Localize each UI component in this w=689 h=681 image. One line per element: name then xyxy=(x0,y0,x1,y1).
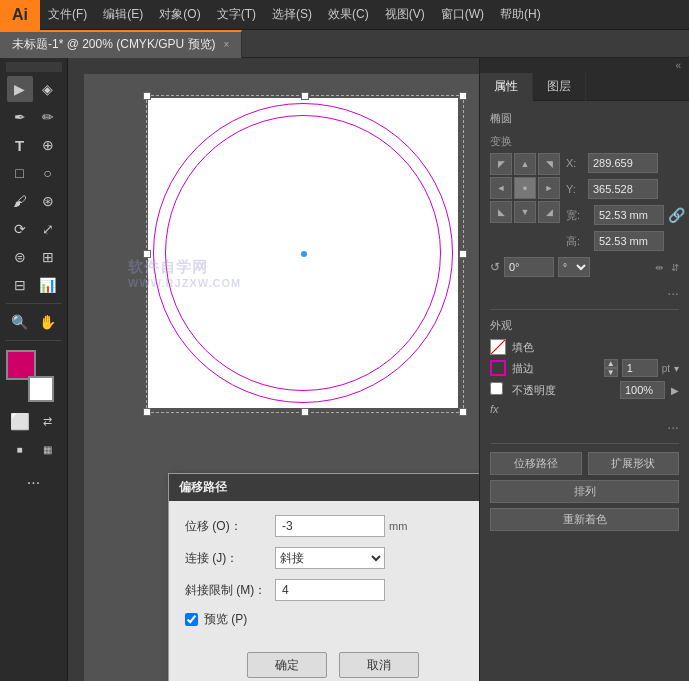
document-tab[interactable]: 未标题-1* @ 200% (CMYK/GPU 预览) × xyxy=(0,30,242,58)
tab-layers[interactable]: 图层 xyxy=(533,73,586,101)
handle-top-right[interactable] xyxy=(459,92,467,100)
fill-label: 填色 xyxy=(512,340,679,355)
opacity-label: 不透明度 xyxy=(512,383,556,398)
collapse-left-icon[interactable]: « xyxy=(675,60,681,71)
offset-input[interactable] xyxy=(275,515,385,537)
rotate-input[interactable] xyxy=(504,257,554,277)
select-tool[interactable]: ▶ xyxy=(7,76,33,102)
align-mr[interactable]: ► xyxy=(538,177,560,199)
tool-separator-2 xyxy=(6,340,62,341)
align-br[interactable]: ◢ xyxy=(538,201,560,223)
recolor-button[interactable]: 重新着色 xyxy=(490,508,679,531)
align-ml[interactable]: ◄ xyxy=(490,177,512,199)
handle-mid-right[interactable] xyxy=(459,250,467,258)
miter-input[interactable] xyxy=(275,579,385,601)
tab-properties[interactable]: 属性 xyxy=(480,73,533,101)
align-bc[interactable]: ▼ xyxy=(514,201,536,223)
stroke-down-btn[interactable]: ▼ xyxy=(604,368,618,377)
menu-file[interactable]: 文件(F) xyxy=(40,0,95,29)
expand-shape-button[interactable]: 扩展形状 xyxy=(588,452,680,475)
join-row: 连接 (J)： 斜接 圆形 斜切 xyxy=(185,547,479,569)
handle-bottom-mid[interactable] xyxy=(301,408,309,416)
menu-effect[interactable]: 效果(C) xyxy=(320,0,377,29)
y-input[interactable] xyxy=(588,179,658,199)
stroke-value-input[interactable] xyxy=(622,359,658,377)
handle-bottom-right[interactable] xyxy=(459,408,467,416)
shape-builder[interactable]: ⊟ xyxy=(7,272,33,298)
pen-tool[interactable]: ✒ xyxy=(7,104,33,130)
rotate-tool[interactable]: ⟳ xyxy=(7,216,33,242)
preview-checkbox[interactable] xyxy=(185,613,198,626)
menu-window[interactable]: 窗口(W) xyxy=(433,0,492,29)
align-tl[interactable]: ◤ xyxy=(490,153,512,175)
stroke-swatch[interactable] xyxy=(490,360,506,376)
x-input[interactable] xyxy=(588,153,658,173)
flip-h-icon[interactable]: ⇹ xyxy=(655,262,663,273)
flip-v-icon[interactable]: ⇵ xyxy=(671,262,679,273)
height-input[interactable] xyxy=(594,231,664,251)
xy-wh-block: X: Y: 宽: 🔗 高: xyxy=(566,153,685,257)
fill-none-icon[interactable]: ⬜ xyxy=(7,408,33,434)
offset-path-button[interactable]: 位移路径 xyxy=(490,452,582,475)
hand-tool[interactable]: ✋ xyxy=(35,309,61,335)
width-input[interactable] xyxy=(594,205,664,225)
opacity-checkbox[interactable] xyxy=(490,382,503,395)
blob-tool[interactable]: ⊛ xyxy=(35,188,61,214)
zoom-tool[interactable]: 🔍 xyxy=(7,309,33,335)
align-bl[interactable]: ◣ xyxy=(490,201,512,223)
more-options-icon-2[interactable]: ··· xyxy=(667,419,679,435)
stroke-row: 描边 ▲ ▼ pt ▾ xyxy=(490,359,679,377)
type-tool[interactable]: T xyxy=(7,132,33,158)
ellipse-tool[interactable]: ○ xyxy=(35,160,61,186)
arrange-button[interactable]: 排列 xyxy=(490,480,679,503)
menu-select[interactable]: 选择(S) xyxy=(264,0,320,29)
scale-tool[interactable]: ⤢ xyxy=(35,216,61,242)
color-mode-icon[interactable]: ■ xyxy=(7,436,33,462)
align-mc[interactable]: ● xyxy=(514,177,536,199)
direct-select-tool[interactable]: ◈ xyxy=(35,76,61,102)
warp-tool[interactable]: ⊜ xyxy=(7,244,33,270)
link-proportions-icon[interactable]: 🔗 xyxy=(668,207,685,223)
swap-colors-icon[interactable]: ⇄ xyxy=(35,408,61,434)
width-row: 宽: 🔗 xyxy=(566,205,685,225)
opacity-input[interactable] xyxy=(620,381,665,399)
ok-button[interactable]: 确定 xyxy=(247,652,327,678)
paintbrush-tool[interactable]: 🖌 xyxy=(7,188,33,214)
y-label: Y: xyxy=(566,183,584,195)
y-row: Y: xyxy=(566,179,685,199)
touch-tool[interactable]: ⊕ xyxy=(35,132,61,158)
menu-view[interactable]: 视图(V) xyxy=(377,0,433,29)
align-tc[interactable]: ▲ xyxy=(514,153,536,175)
more-tools-button[interactable]: ··· xyxy=(21,470,47,496)
stroke-up-btn[interactable]: ▲ xyxy=(604,359,618,368)
cancel-button[interactable]: 取消 xyxy=(339,652,419,678)
menu-type[interactable]: 文字(T) xyxy=(209,0,264,29)
ai-logo-button[interactable]: Ai xyxy=(0,0,40,30)
menu-edit[interactable]: 编辑(E) xyxy=(95,0,151,29)
rotate-select[interactable]: ° xyxy=(558,257,590,277)
stroke-controls: ▲ ▼ pt ▾ xyxy=(604,359,679,377)
menu-help[interactable]: 帮助(H) xyxy=(492,0,549,29)
rect-tool[interactable]: □ xyxy=(7,160,33,186)
opacity-more-btn[interactable]: ▶ xyxy=(671,385,679,396)
fill-swatch[interactable] xyxy=(490,339,506,355)
more-options-icon[interactable]: ··· xyxy=(667,285,679,301)
handle-bottom-left[interactable] xyxy=(143,408,151,416)
gradient-mode-icon[interactable]: ▦ xyxy=(35,436,61,462)
join-select[interactable]: 斜接 圆形 斜切 xyxy=(275,547,385,569)
graph-tool[interactable]: 📊 xyxy=(35,272,61,298)
tab-label: 未标题-1* @ 200% (CMYK/GPU 预览) xyxy=(12,36,216,53)
pencil-tool[interactable]: ✏ xyxy=(35,104,61,130)
stroke-options-btn[interactable]: ▾ xyxy=(674,363,679,374)
tab-close-button[interactable]: × xyxy=(224,39,230,50)
free-transform[interactable]: ⊞ xyxy=(35,244,61,270)
background-color[interactable] xyxy=(28,376,54,402)
offset-path-dialog: 偏移路径 位移 (O)： mm 连接 (J)： 斜接 圆形 斜切 xyxy=(168,473,479,681)
tool-separator-1 xyxy=(6,303,62,304)
align-grid: ◤ ▲ ◥ ◄ ● ► ◣ ▼ ◢ xyxy=(490,153,560,223)
fx-label: fx xyxy=(490,403,679,415)
menu-object[interactable]: 对象(O) xyxy=(151,0,208,29)
menu-bar: Ai 文件(F) 编辑(E) 对象(O) 文字(T) 选择(S) 效果(C) 视… xyxy=(0,0,689,30)
align-tr[interactable]: ◥ xyxy=(538,153,560,175)
canvas-area[interactable]: 软件自学网 WWW.RJZXW.COM 偏移路径 位移 (O)： mm 连接 (… xyxy=(68,58,479,681)
